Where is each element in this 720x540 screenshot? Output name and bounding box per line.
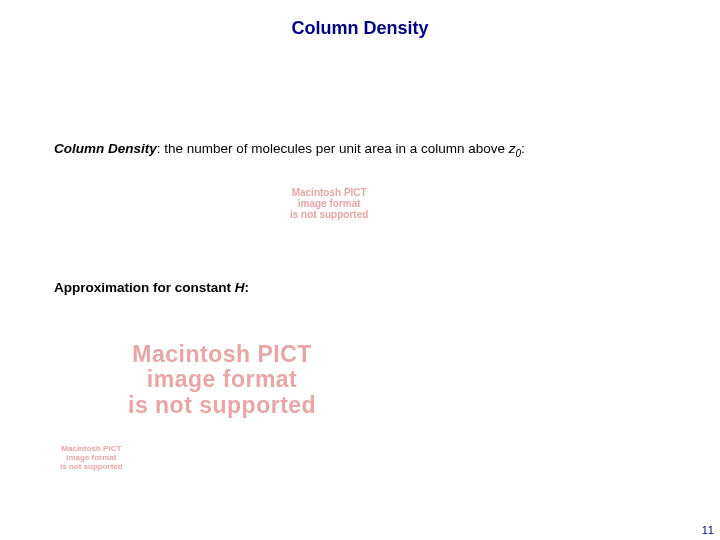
definition-line: Column Density: the number of molecules … [54, 141, 525, 159]
placeholder-line: image format [128, 367, 316, 392]
definition-text-2: : [521, 141, 525, 156]
placeholder-line: is not supported [128, 393, 316, 418]
pict-placeholder-2: Macintosh PICT image format is not suppo… [128, 342, 316, 418]
page-number: 11 [702, 524, 714, 536]
placeholder-line: Macintosh PICT [290, 187, 368, 198]
approximation-var: H [235, 280, 245, 295]
placeholder-line: Macintosh PICT [128, 342, 316, 367]
approximation-tail: : [245, 280, 250, 295]
placeholder-line: is not supported [60, 463, 123, 472]
approximation-lead: Approximation for constant [54, 280, 235, 295]
approximation-line: Approximation for constant H: [54, 280, 249, 295]
placeholder-line: is not supported [290, 209, 368, 220]
pict-placeholder-1: Macintosh PICT image format is not suppo… [290, 187, 368, 220]
placeholder-line: image format [290, 198, 368, 209]
pict-placeholder-3: Macintosh PICT image format is not suppo… [60, 445, 123, 471]
definition-text-1: : the number of molecules per unit area … [157, 141, 509, 156]
definition-term: Column Density [54, 141, 157, 156]
page-title: Column Density [0, 0, 720, 39]
